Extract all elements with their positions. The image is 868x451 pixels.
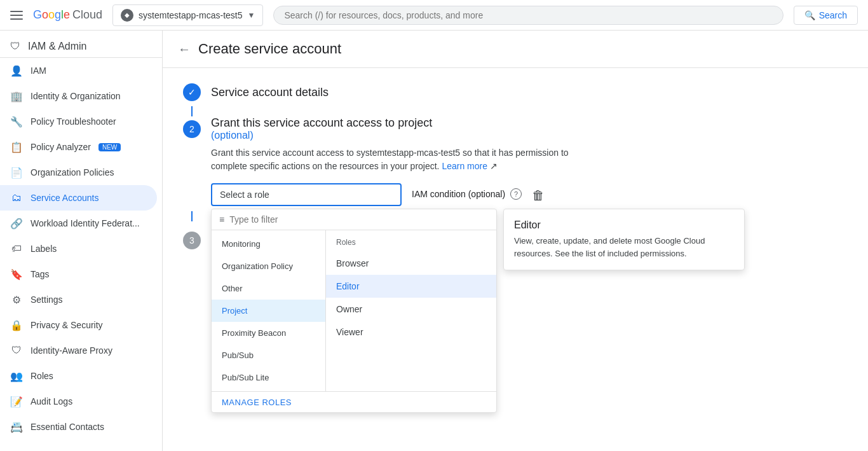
help-icon[interactable]: ?: [510, 188, 522, 200]
step1-title: Service account details: [211, 86, 329, 99]
manage-roles-button[interactable]: MANAGE ROLES: [222, 398, 292, 407]
role-select-label: Select a role: [220, 190, 269, 200]
sidebar-item-privacy-security[interactable]: 🔒 Privacy & Security: [0, 312, 157, 338]
sidebar-item-label: Essential Contacts: [31, 422, 104, 432]
role-browser[interactable]: Browser: [326, 252, 496, 275]
sidebar-item-label: Settings: [31, 295, 63, 305]
sidebar-item-labels[interactable]: 🏷 Labels: [0, 236, 157, 261]
sidebar-item-label: Service Accounts: [31, 193, 98, 203]
sidebar-item-tags[interactable]: 🔖 Tags: [0, 261, 157, 287]
sidebar-item-roles[interactable]: 👥 Roles: [0, 363, 157, 389]
category-project[interactable]: Project: [212, 300, 325, 322]
labels-icon: 🏷: [10, 242, 23, 255]
dropdown-filter: ≡: [212, 209, 496, 230]
privacy-security-icon: 🔒: [10, 319, 23, 331]
sidebar-item-policy-troubleshooter[interactable]: 🔧 Policy Troubleshooter: [0, 109, 157, 134]
policy-troubleshooter-icon: 🔧: [10, 115, 23, 128]
sidebar-item-workload-identity[interactable]: 🔗 Workload Identity Federat...: [0, 211, 157, 236]
sidebar-item-label: Identity & Organization: [31, 91, 121, 101]
topbar: Google Cloud ◆ systemtestapp-mcas-test5 …: [0, 0, 868, 31]
category-pubsub-lite[interactable]: Pub/Sub Lite: [212, 366, 325, 389]
tooltip-description: View, create, update, and delete most Go…: [514, 235, 734, 260]
search-bar[interactable]: [273, 6, 783, 25]
google-cloud-logo: Google Cloud: [33, 8, 102, 22]
search-input[interactable]: [284, 10, 772, 20]
sidebar-item-label: Roles: [31, 371, 53, 381]
sidebar-item-identity-org[interactable]: 🏢 Identity & Organization: [0, 83, 157, 109]
search-button-label: Search: [819, 10, 847, 20]
dropdown-body: Monitoring Organization Policy Other Pro…: [212, 230, 496, 391]
category-monitoring[interactable]: Monitoring: [212, 233, 325, 255]
sidebar-item-label: Identity-Aware Proxy: [31, 345, 112, 356]
app-body: 🛡 IAM & Admin 👤 IAM 🏢 Identity & Organiz…: [0, 31, 868, 451]
sidebar-item-label: Tags: [31, 269, 50, 279]
sidebar-item-audit-logs[interactable]: 📝 Audit Logs: [0, 389, 157, 414]
project-selector[interactable]: ◆ systemtestapp-mcas-test5 ▼: [112, 4, 263, 26]
sidebar-item-identity-aware-proxy[interactable]: 🛡 Identity-Aware Proxy: [0, 338, 157, 363]
main-content: ← Create service account ✓ Service accou…: [163, 31, 868, 451]
step3-number: 3: [183, 232, 201, 249]
roles-header: Roles: [326, 233, 496, 252]
content-area: ✓ Service account details 2 Grant this s…: [163, 68, 868, 300]
dropdown-filter-input[interactable]: [229, 214, 489, 225]
category-other[interactable]: Other: [212, 277, 325, 300]
new-badge: NEW: [98, 143, 121, 151]
sidebar-item-org-policies[interactable]: 📄 Organization Policies: [0, 160, 157, 185]
iam-condition-label: IAM condition (optional): [412, 189, 505, 199]
sidebar-header: 🛡 IAM & Admin: [0, 31, 162, 58]
sidebar-item-label: Labels: [31, 244, 57, 254]
topbar-left: Google Cloud ◆ systemtestapp-mcas-test5 …: [10, 4, 263, 26]
sidebar-item-iam[interactable]: 👤 IAM: [0, 58, 157, 83]
iam-condition-area: IAM condition (optional) ?: [412, 188, 522, 200]
role-select-box[interactable]: Select a role: [211, 183, 402, 206]
sidebar-item-label: Audit Logs: [31, 396, 72, 406]
category-org-policy[interactable]: Organization Policy: [212, 255, 325, 277]
learn-more-link[interactable]: Learn more: [442, 161, 487, 171]
sidebar-item-settings[interactable]: ⚙ Settings: [0, 287, 157, 312]
category-proximity-beacon[interactable]: Proximity Beacon: [212, 322, 325, 344]
menu-icon[interactable]: [10, 9, 23, 22]
filter-icon: ≡: [219, 214, 224, 225]
category-pubsub[interactable]: Pub/Sub: [212, 344, 325, 366]
project-icon: ◆: [121, 9, 133, 22]
iam-icon: 👤: [10, 64, 23, 77]
page-title: Create service account: [198, 41, 341, 57]
step2-optional: (optional): [211, 130, 254, 141]
roles-icon: 👥: [10, 370, 23, 382]
step-connector-2: [191, 211, 193, 221]
tags-icon: 🔖: [10, 268, 23, 281]
step1-check: ✓: [183, 83, 201, 101]
search-button[interactable]: 🔍 Search: [794, 6, 858, 25]
sidebar: 🛡 IAM & Admin 👤 IAM 🏢 Identity & Organiz…: [0, 31, 163, 451]
sidebar-item-label: IAM: [31, 66, 46, 76]
step2-title: Grant this service account access to pro…: [211, 116, 432, 129]
sidebar-item-policy-analyzer[interactable]: 📋 Policy Analyzer NEW: [0, 134, 157, 160]
sidebar-item-essential-contacts[interactable]: 📇 Essential Contacts: [0, 414, 157, 440]
back-button[interactable]: ←: [178, 42, 191, 57]
delete-icon[interactable]: 🗑: [532, 188, 545, 203]
step-connector-1: [191, 106, 193, 116]
settings-icon: ⚙: [10, 293, 23, 306]
audit-logs-icon: 📝: [10, 395, 23, 408]
step2-titles: Grant this service account access to pro…: [211, 116, 432, 141]
step1-header: ✓ Service account details: [183, 83, 848, 101]
sidebar-item-label: Policy Analyzer: [31, 142, 91, 152]
dropdown-categories: Monitoring Organization Policy Other Pro…: [212, 230, 326, 391]
role-owner[interactable]: Owner: [326, 298, 496, 321]
essential-contacts-icon: 📇: [10, 420, 23, 433]
role-dropdown: ≡ Monitoring Organization Policy Other P…: [211, 209, 497, 413]
step2-header: 2 Grant this service account access to p…: [183, 116, 848, 141]
sidebar-item-label: Policy Troubleshooter: [31, 116, 116, 127]
external-link-icon: ↗: [490, 161, 498, 171]
identity-aware-proxy-icon: 🛡: [10, 344, 23, 357]
role-viewer[interactable]: Viewer: [326, 321, 496, 343]
step2-number: 2: [183, 120, 201, 138]
role-select-wrapper: Select a role ≡ Monitoring Or: [211, 183, 402, 206]
sidebar-item-service-accounts[interactable]: 🗂 Service Accounts: [0, 185, 157, 211]
dropdown-footer: MANAGE ROLES: [212, 391, 496, 412]
dropdown-roles: Roles Browser Editor Owner Viewer: [326, 230, 496, 391]
role-editor[interactable]: Editor: [326, 275, 496, 298]
tooltip-title: Editor: [514, 219, 734, 231]
policy-analyzer-icon: 📋: [10, 141, 23, 153]
org-policies-icon: 📄: [10, 166, 23, 179]
